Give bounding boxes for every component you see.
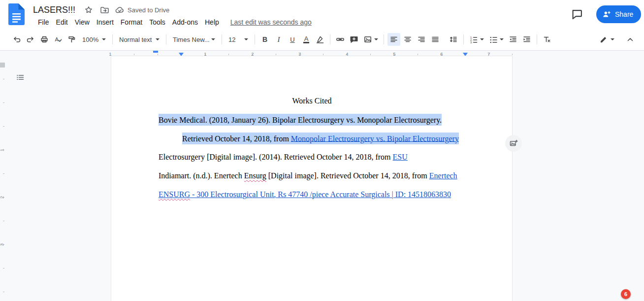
paragraph-style-select[interactable]: Normal text [116, 33, 163, 46]
spellcheck-button[interactable]: A [52, 33, 64, 46]
toolbar: A 100% Normal text Times New... 12 B I U… [0, 29, 644, 51]
star-icon[interactable] [83, 4, 94, 15]
font-size-select[interactable]: 12 [225, 33, 252, 46]
ruler-number: 2 [0, 196, 4, 199]
chevron-down-icon [211, 38, 215, 40]
outline-icon [16, 73, 25, 82]
paint-roller-icon [67, 35, 76, 44]
bold-button[interactable]: B [258, 33, 271, 46]
add-comment-button[interactable] [348, 33, 360, 46]
bulleted-list-button[interactable] [487, 33, 506, 46]
decrease-indent-icon [509, 35, 517, 44]
chevron-down-icon [480, 38, 484, 40]
chevron-down-icon [500, 38, 504, 40]
doc-paragraph-5[interactable]: ENSURG - 300 Electrosurgical Unit, Rs 47… [159, 185, 465, 204]
selected-text: Retrieved October 14, 2018, from [182, 133, 291, 144]
redo-button[interactable] [24, 33, 37, 46]
link-icon [336, 35, 345, 44]
collapse-toolbar-button[interactable] [624, 33, 637, 46]
doc-heading-line[interactable]: Works Cited [159, 92, 465, 110]
top-margin-marker[interactable] [0, 63, 5, 67]
undo-button[interactable] [10, 33, 23, 46]
document-title[interactable]: LASERS!!! [33, 5, 75, 15]
cloud-check-icon [115, 6, 125, 14]
toolbar-separator [330, 34, 330, 44]
doc-paragraph-4[interactable]: Indiamart. (n.d.). Enertech Ensurg [Digi… [159, 167, 465, 185]
doc-paragraph-2[interactable]: Retrieved October 14, 2018, from Monopol… [159, 129, 465, 148]
insert-image-button[interactable] [361, 33, 380, 46]
align-justify-icon [431, 35, 440, 44]
comments-history-button[interactable] [570, 7, 584, 23]
doc-link[interactable]: Monopolar Electrosurgery vs. Bipolar Ele… [291, 133, 459, 144]
paint-format-button[interactable] [65, 33, 78, 46]
ruler-number: 3 [0, 243, 4, 246]
highlighter-icon [316, 35, 324, 44]
menu-bar: File Edit View Insert Format Tools Add-o… [34, 17, 312, 28]
last-edit-link[interactable]: Last edit was seconds ago [230, 18, 312, 26]
underline-button[interactable]: U [286, 33, 299, 46]
doc-link[interactable]: ESU [393, 153, 408, 161]
align-justify-button[interactable] [429, 33, 442, 46]
numbered-list-icon: 1.2.3. [469, 35, 478, 44]
share-label: Share [615, 10, 633, 18]
numbered-list-button[interactable]: 1.2.3. [467, 33, 486, 46]
print-button[interactable] [38, 33, 51, 46]
align-left-button[interactable] [387, 33, 400, 46]
menu-view[interactable]: View [71, 17, 93, 27]
font-size-value: 12 [228, 36, 235, 43]
align-right-icon [417, 35, 426, 44]
text-color-button[interactable]: A [300, 33, 313, 46]
notification-badge: 6 [621, 289, 631, 299]
insert-image-suggestion-button[interactable] [505, 135, 522, 152]
body-text: Electrosurgery [Digital image]. (2014). … [159, 153, 393, 161]
font-family-select[interactable]: Times New... [169, 33, 219, 46]
increase-indent-button[interactable] [520, 33, 533, 46]
line-spacing-button[interactable] [447, 33, 460, 46]
share-button[interactable]: Share [596, 5, 641, 23]
menu-file[interactable]: File [34, 17, 53, 27]
ruler-number: 1 [0, 149, 4, 151]
doc-paragraph-1[interactable]: Bovie Medical. (2018, January 26). Bipol… [159, 110, 465, 129]
editing-mode-button[interactable] [597, 33, 616, 46]
insert-link-button[interactable] [334, 33, 347, 46]
document-page[interactable]: Works Cited Bovie Medical. (2018, Januar… [111, 56, 513, 301]
link-text: - 300 Electrosurgical Unit, Rs 47740 /pi… [190, 190, 451, 199]
menu-addons[interactable]: Add-ons [169, 17, 201, 27]
docs-logo-icon[interactable] [8, 3, 25, 27]
doc-link[interactable]: Enertech [429, 171, 457, 180]
toolbar-right-group [596, 33, 637, 46]
toolbar-separator [537, 34, 537, 44]
header: LASERS!!! Saved to Drive File Edit View … [0, 0, 644, 29]
italic-button[interactable]: I [272, 33, 285, 46]
move-folder-icon[interactable] [99, 4, 110, 15]
selected-text: Bovie Medical. (2018, January 26). Bipol… [159, 114, 442, 126]
align-left-icon [389, 35, 398, 44]
menu-insert[interactable]: Insert [93, 17, 117, 27]
chevron-down-icon [244, 38, 248, 40]
align-center-button[interactable] [401, 33, 414, 46]
doc-link[interactable]: ENSURG - 300 Electrosurgical Unit, Rs 47… [159, 190, 451, 199]
align-right-button[interactable] [415, 33, 428, 46]
first-line-indent-marker[interactable] [153, 51, 158, 53]
clear-formatting-button[interactable] [541, 33, 553, 46]
image-icon [363, 35, 372, 44]
menu-tools[interactable]: Tools [146, 17, 169, 27]
saved-status[interactable]: Saved to Drive [115, 6, 169, 14]
menu-format[interactable]: Format [117, 17, 146, 27]
chevron-down-icon [611, 38, 614, 40]
ruler-ticks [3, 56, 4, 301]
doc-paragraph-3[interactable]: Electrosurgery [Digital image]. (2014). … [159, 148, 465, 167]
works-cited-heading: Works Cited [292, 97, 331, 105]
menu-help[interactable]: Help [201, 17, 223, 27]
document-outline-button[interactable] [13, 70, 27, 84]
zoom-select[interactable]: 100% [79, 33, 109, 46]
spellcheck-icon: A [54, 35, 63, 44]
line-spacing-icon [449, 35, 458, 44]
increase-indent-icon [522, 35, 531, 44]
toolbar-separator [463, 34, 464, 44]
highlight-color-button[interactable] [314, 33, 326, 46]
decrease-indent-button[interactable] [507, 33, 519, 46]
menu-edit[interactable]: Edit [53, 17, 71, 27]
misspelled-word: ENSURG [159, 190, 190, 199]
svg-text:3.: 3. [470, 41, 473, 44]
